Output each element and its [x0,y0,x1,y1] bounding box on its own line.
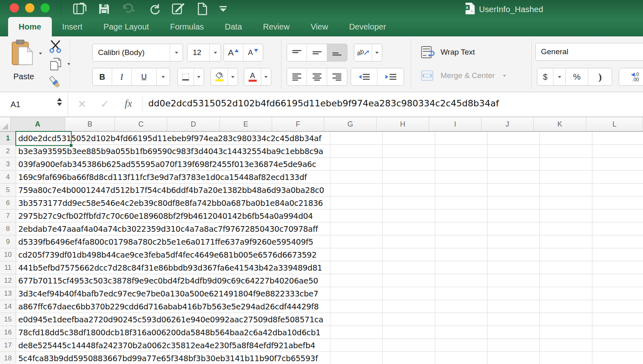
column-header-I[interactable]: I [429,117,481,131]
enter-icon[interactable]: ✓ [100,98,109,110]
row-header-9[interactable]: 9 [0,235,16,248]
align-left-button[interactable] [287,68,307,85]
increase-indent-button[interactable] [377,68,404,85]
row-header-8[interactable]: 8 [0,222,16,235]
format-painter-button[interactable] [48,75,62,91]
bold-button[interactable]: B [93,68,112,85]
align-bottom-button[interactable] [327,44,347,61]
cell-value[interactable]: a867ffc67daec6bb370b229cdd6d716abab416b7… [18,302,319,311]
cell-value[interactable]: 78cfd18dd5c38df1800dcb18f316a006200da584… [18,328,321,337]
row-header-13[interactable]: 13 [0,287,16,300]
underline-button[interactable]: U [132,68,157,85]
cell-value[interactable]: 759a80c7e4b00012447d512b17f54c4b6ddf4b7a… [18,185,324,195]
cell-value[interactable]: dd0e2dcd5315052d102b4fd66195d11ebeb9f974… [18,133,322,143]
cell-value[interactable]: 2975b27c9cfb02ffbfd7c70c60e189608bf2f9b4… [18,211,313,220]
tab-view[interactable]: View [300,17,339,36]
row-header-5[interactable]: 5 [0,184,16,196]
align-center-button[interactable] [307,68,327,85]
tab-home[interactable]: Home [8,17,52,36]
decrease-indent-button[interactable] [351,68,377,85]
align-top-button[interactable] [287,44,307,61]
tab-page-layout[interactable]: Page Layout [93,17,160,36]
edit-document-icon[interactable] [172,2,186,15]
grow-font-button[interactable]: A [224,44,243,61]
save-icon[interactable] [98,2,111,15]
font-color-dropdown[interactable] [261,68,271,85]
comma-style-button[interactable]: ) [588,68,612,85]
row-header-2[interactable]: 2 [0,145,16,157]
font-color-button[interactable]: A [244,68,261,85]
borders-dropdown[interactable] [194,68,204,85]
currency-button[interactable]: $ [537,68,554,85]
show-ribbon-icon[interactable] [73,2,87,15]
insert-function-icon[interactable]: fx [125,98,132,109]
column-header-D[interactable]: D [167,117,220,131]
decrease-decimal-button[interactable]: ◀.0 .00 [619,68,643,86]
italic-button[interactable]: I [112,68,132,85]
name-box-stepper[interactable] [57,98,62,106]
column-header-J[interactable]: J [481,117,534,131]
column-header-H[interactable]: H [377,117,429,131]
paste-dropdown-arrow[interactable] [39,53,42,55]
cell-value[interactable]: 039fa900efab345386b625ad55595a070f139f69… [18,159,316,169]
row-header-12[interactable]: 12 [0,274,16,287]
cell-value[interactable]: cd205f739df01db498b44cae9ce3feba5df4fec4… [18,250,317,259]
cell-value[interactable]: 677b70115cf4953c503c3878f9e9ec0bd4f2b4df… [18,276,318,285]
row-header-14[interactable]: 14 [0,300,16,313]
column-header-G[interactable]: G [324,117,377,131]
wrap-text-button[interactable]: Wrap Text [421,46,475,58]
cell-value[interactable]: 3b3573177dd9ec58e546e4c2eb39c80df8e8fa74… [18,198,323,207]
row-header-6[interactable]: 6 [0,197,16,209]
column-header-C[interactable]: C [115,117,167,131]
paste-button[interactable] [10,40,35,70]
copy-button[interactable] [49,57,62,74]
cut-button[interactable] [49,40,62,55]
shrink-font-button[interactable]: A [243,44,263,61]
column-header-L[interactable]: L [586,117,643,131]
cell-value[interactable]: e0d945e1deefbaa2720d90245c593d06261e940e… [18,315,323,324]
orientation-dropdown[interactable] [372,44,382,61]
zoom-window-button[interactable] [40,3,50,13]
column-header-F[interactable]: F [272,117,324,131]
cell-value[interactable]: 169c9faf696ba66f8d8cd113f11fcf3e9d7af378… [18,172,307,182]
cell-value[interactable]: b3e3a93595b3ee885b9a055b1fb69590c983f3d4… [18,146,323,156]
merge-center-dropdown[interactable] [503,75,506,77]
number-format-select[interactable]: General [535,43,643,61]
font-size-select[interactable]: 12 [187,44,221,61]
row-header-16[interactable]: 16 [0,326,16,339]
fill-color-dropdown[interactable] [228,68,238,85]
row-header-10[interactable]: 10 [0,248,16,261]
cell-value[interactable]: 3d3c4ef94b40f4bafb7edc97ec9e7be0a130a500… [18,289,318,298]
cell-value[interactable]: 5c4fca83b9dd5950883667bd99a77e65f348bf3b… [18,353,318,363]
borders-button[interactable] [178,68,194,85]
tab-insert[interactable]: Insert [52,17,93,36]
align-right-button[interactable] [327,68,347,85]
row-header-15[interactable]: 15 [0,313,16,326]
select-all-corner[interactable] [0,117,11,131]
row-header-17[interactable]: 17 [0,339,16,351]
customize-toolbar-icon[interactable] [219,5,228,13]
row-header-1[interactable]: 1 [0,132,16,144]
percent-button[interactable]: % [566,68,588,85]
merge-center-button[interactable]: Merge & Center [421,70,506,81]
column-header-A[interactable]: A [11,117,65,131]
tab-developer[interactable]: Developer [339,17,396,36]
row-header-18[interactable]: 18 [0,352,16,364]
orientation-button[interactable]: ab [354,44,372,61]
cell-value[interactable]: 2ebdab7e47aaaf4a04a74cb3022359d310c4a7a8… [18,224,318,233]
row-header-7[interactable]: 7 [0,210,16,222]
cancel-icon[interactable]: ✕ [78,98,86,110]
column-header-E[interactable]: E [220,117,272,131]
column-header-B[interactable]: B [65,117,115,131]
underline-dropdown[interactable] [157,68,170,85]
new-document-icon[interactable] [197,2,208,15]
formula-input[interactable]: dd0e2dcd5315052d102b4fd66195d11ebeb9f974… [148,98,641,108]
redo-icon[interactable] [149,2,161,15]
undo-icon[interactable] [121,3,138,15]
align-middle-button[interactable] [307,44,327,61]
font-name-select[interactable]: Calibri (Body) [92,44,183,61]
fill-color-button[interactable] [211,68,228,85]
cell-value[interactable]: de8e525445c14448fa242370b2a0062c35812ea4… [18,341,315,350]
row-header-3[interactable]: 3 [0,158,16,170]
close-window-button[interactable] [10,3,19,13]
